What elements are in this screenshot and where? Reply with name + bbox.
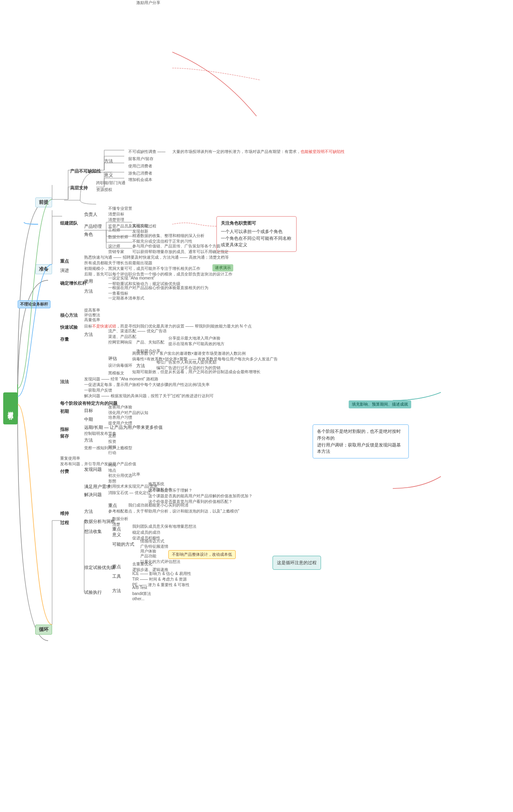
node-prog2: 后期，首先可以每个评估职分负责一个细小的模块，成员全部负责这块法的设计工作 xyxy=(84,271,232,277)
node-resolve: 解决问题 xyxy=(84,492,102,498)
highlight-demo[interactable]: 请求演示 xyxy=(212,264,233,271)
node-viral-loop: 设计病毒循环 xyxy=(108,363,132,368)
highlight-fill[interactable]: 填充影响、预算期间、描述成就 xyxy=(349,400,411,408)
node-satisfy: 满足用户需求 xyxy=(84,484,111,490)
node-idea-collect: 想法收集 xyxy=(84,529,102,535)
info-title: 关注角色职责图可 xyxy=(221,220,292,227)
node-maintain1: 参考相配着点，关于帮助用户分析，设计和能淡泡的到达，以及"上瘾模仿" xyxy=(108,509,239,514)
node-fafa2: 一促进满足每亲，显示用户旅程中每个大键步骤的用户性达比例/流失率 xyxy=(84,382,210,388)
node-key-detail2: 所有成员都能关于增长当前最能出现题 xyxy=(84,260,152,266)
node-eval1: 两病系数 (K) = 客户发出的邀请数×邀请变市场受激请的人数比例 xyxy=(132,351,246,356)
node-data1: 数据分析 xyxy=(112,516,128,522)
node-build-team: 组建团队 xyxy=(60,220,78,226)
node-reach: 渠道、产品匹配 xyxy=(108,334,136,340)
node-key3: 重点 xyxy=(112,526,121,532)
node-meaning-idea1: 稳定成员的成功 xyxy=(132,530,160,535)
node-payment: 付费 xyxy=(60,468,69,474)
node-publish: 发布有问题，并引导用户发现用户产品价值 xyxy=(60,461,136,467)
node-ret2: 觉察 xyxy=(108,433,116,439)
node-ret3: 投资 xyxy=(108,439,116,444)
node-mid1: 培养用户习惯 xyxy=(108,415,132,420)
node-retention: 留存 xyxy=(60,433,69,439)
node-pct1: 比率 xyxy=(132,472,140,477)
node-key-point: 重点 xyxy=(60,258,69,264)
node-vl1: 每位广告发作人和其他人提供奖励 xyxy=(156,360,216,365)
node-marketer-detail: 可以获得帮助增量存放的成员、通常可以不用确定指定 xyxy=(132,249,228,255)
node-fast-test: 快速试验 xyxy=(60,324,78,330)
node-ret5: 行动 xyxy=(108,450,116,456)
node-key4-1: 去重重优化 xyxy=(132,561,152,567)
node-optimize: 消除宝石优 — 优化定位 xyxy=(108,490,151,496)
node-maintain: 维持 xyxy=(60,511,69,517)
branch-zhunbei: 准备 xyxy=(35,264,52,274)
node-irremplacable-detail: 大量的市场投球谈判有一定的增长潜力，市场对该产品有期望：有需求，也能被坚毁明不可… xyxy=(172,149,345,155)
node-ret-method: 方法 xyxy=(84,437,93,443)
node-temp1: 短期可能新效，但是从长远看，用户之间在的评估制适成会会最终增增长 xyxy=(132,369,261,375)
node-fafa4: 解决问题 —— 根据发现的具体问题，按照了关于"过程"的推进进行达到可 xyxy=(84,393,214,399)
info-stages-text: 各个阶段不是绝对割裂的，也不是绝对按时序分布的进行用户调研；获取用户反馈是发现问… xyxy=(317,428,404,455)
node-init1: 改善用户体验 xyxy=(108,404,132,410)
info-line1: 一个人可以承担一个或多个角色 xyxy=(221,228,292,235)
info-loop: 这是循环注意的过程 xyxy=(273,556,321,570)
node-resp1: 不懂专业背景 xyxy=(108,206,132,211)
branch-qianti: 前提 xyxy=(35,197,52,207)
node-find-issue: 发现问题 xyxy=(84,466,102,472)
note-no-impact: 不影响产品整体设计，改动成本低 xyxy=(168,550,236,559)
node-key-detail: 熟悉快速与沟通 —— 招聘要及时快速完成，方法沟通 —— 高效沟通；清楚文档等 xyxy=(84,255,229,260)
node-tools: 工具 xyxy=(112,573,121,579)
branch-xunhuan: 循环 xyxy=(35,625,52,635)
node-place: 地点 xyxy=(108,468,116,473)
node-possible-ways: 可能的方式 xyxy=(112,541,134,547)
info-line2: 一个角色在不同公司可能有不同名称或更具体定义 xyxy=(221,235,292,249)
node-designer-detail: 参与用户价值链、产品宣传、广告策划等各个方面 xyxy=(132,243,220,249)
node-tech1: 推荐系统 xyxy=(148,481,164,487)
node-test-method: 方法 xyxy=(112,588,121,594)
node-tool-tir: TIR —— 时间 & 考虑力 & 资源 xyxy=(132,577,187,582)
node-ret-model: 觉察一感知到用户上瘾模型 xyxy=(84,445,132,451)
node-bandit: bandit算法 xyxy=(132,591,151,597)
node-marketer: 营销专家 xyxy=(108,249,124,255)
node-progress: 演进 xyxy=(60,267,69,273)
node-method-lever: 方法 xyxy=(84,288,93,294)
node-meaning-idea: 意义 xyxy=(112,532,121,538)
central-node: 增长黑客 xyxy=(3,392,18,424)
node-network: 控网官网响应 xyxy=(108,340,132,345)
node-analyst: 数据分析师 xyxy=(108,234,128,240)
node-abtest: A/B Test xyxy=(132,585,147,590)
node-method1: 一根据在用户对产品品核心价值的体验最直接相关的行为 xyxy=(108,285,208,291)
node-key2: 重点 xyxy=(108,502,117,509)
node-network3: 提示在现有客户可能高效的地方 xyxy=(168,341,224,347)
node-resources: 资源授权 xyxy=(96,187,112,193)
node-stock: 存量 xyxy=(60,336,69,342)
node-way1: 情感传达方式 xyxy=(140,539,164,544)
node-analyst-detail: 精通数据的收集、整理和精细的深入分析 xyxy=(132,233,204,239)
node-usage: 使用 xyxy=(84,278,93,284)
node-test-exec: 试验执行 xyxy=(84,589,102,595)
node-q1: 这个课题是否乐于理解？ xyxy=(148,488,192,493)
node-improve-nps: 使用已消费者 xyxy=(128,163,152,169)
node-network2: 分享提示最大地潜入用户体验 xyxy=(168,336,220,341)
node-time: 时间 xyxy=(108,462,116,468)
info-box-stages: 各个阶段不是绝对割裂的，也不是绝对按时序分布的进行用户调研；获取用户反馈是发现问… xyxy=(313,424,409,458)
node-data-analysis: 数据分析与洞察 xyxy=(84,519,115,525)
node-q2: 这个课题是否真的能高用户对产品排解的价值改加而优加？ xyxy=(148,493,252,499)
node-high-support: 高层支持 xyxy=(70,185,88,191)
node-save-user: 留客用户/留存 xyxy=(128,156,153,162)
node-product-indispensable: 产品不可缺陷性 xyxy=(70,168,101,174)
node-fafa3: 一获取用户反馈 xyxy=(84,388,112,393)
node-key4: 重点 xyxy=(112,564,121,570)
node-meaning2: 增加机会成本 xyxy=(128,177,152,183)
node-growth-lever: 确定增长杠杆 xyxy=(60,280,87,286)
node-pm: 产品经理 xyxy=(84,223,102,229)
node-key3-detail: 我到团队成员意天保有地增量思想法 xyxy=(132,524,196,529)
node-role: 角色 xyxy=(84,231,93,237)
node-metrics: 指标 xyxy=(60,426,69,432)
node-vl-method: 方法 xyxy=(136,363,145,369)
node-initial: 初期 xyxy=(60,408,69,414)
node-reuse: 重复使用率 xyxy=(60,456,80,461)
node-eng1: 实现功能 xyxy=(132,223,148,229)
node-irremplacable: 不可或缺性调查 —— xyxy=(128,149,166,155)
info-loop-text: 这是循环注意的过程 xyxy=(277,559,317,566)
info-box-role: 关注角色职责图可 一个人可以承担一个或多个角色 一个角色在不同公司可能有不同名称… xyxy=(216,216,297,252)
node-method3: 一定期基本清单形式 xyxy=(108,295,144,301)
